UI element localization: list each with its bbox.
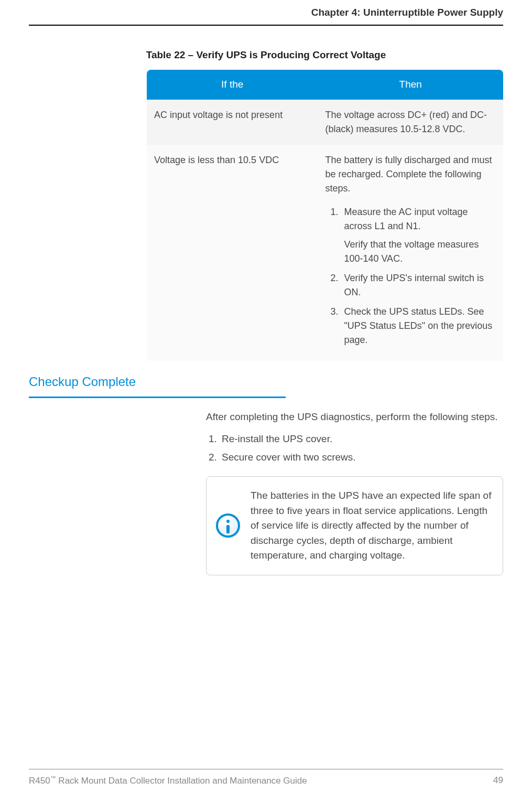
footer-title: R450™ Rack Mount Data Collector Installa… [29,774,307,787]
table-row: AC input voltage is not present The volt… [147,100,503,145]
section-heading: Checkup Complete [29,372,286,398]
cell-then: The voltage across DC+ (red) and DC- (bl… [318,100,503,145]
then-steps: Measure the AC input voltage across L1 a… [325,205,496,347]
cell-if: Voltage is less than 10.5 VDC [147,145,318,361]
section-intro: After completing the UPS diagnostics, pe… [206,410,503,425]
info-box: The batteries in the UPS have an expecte… [206,476,503,575]
page-number: 49 [493,774,503,787]
info-text: The batteries in the UPS have an expecte… [251,488,492,563]
table-row: Voltage is less than 10.5 VDC The batter… [147,145,503,361]
table-header-then: Then [318,70,503,100]
page-header: Chapter 4: Uninterruptible Power Supply [29,0,503,26]
table-wrapper: If the Then AC input voltage is not pres… [147,70,503,361]
list-item: Re-install the UPS cover. [220,432,503,447]
list-item: Check the UPS status LEDs. See "UPS Stat… [341,305,496,347]
table-caption: Table 22 – Verify UPS is Producing Corre… [29,48,503,63]
then-intro: The battery is fully discharged and must… [325,155,492,194]
list-item: Verify the UPS's internal switch is ON. [341,271,496,299]
chapter-title: Chapter 4: Uninterruptible Power Supply [311,7,503,18]
info-icon [216,513,240,538]
table-header-if: If the [147,70,318,100]
section-body: After completing the UPS diagnostics, pe… [206,410,503,575]
list-item: Measure the AC input voltage across L1 a… [341,205,496,266]
section-steps: Re-install the UPS cover. Secure cover w… [206,432,503,465]
info-icon-wrap [216,513,240,538]
cell-if: AC input voltage is not present [147,100,318,145]
voltage-table: If the Then AC input voltage is not pres… [147,70,503,361]
cell-then: The battery is fully discharged and must… [318,145,503,361]
page-footer: R450™ Rack Mount Data Collector Installa… [29,769,503,787]
list-item: Secure cover with two screws. [220,450,503,465]
